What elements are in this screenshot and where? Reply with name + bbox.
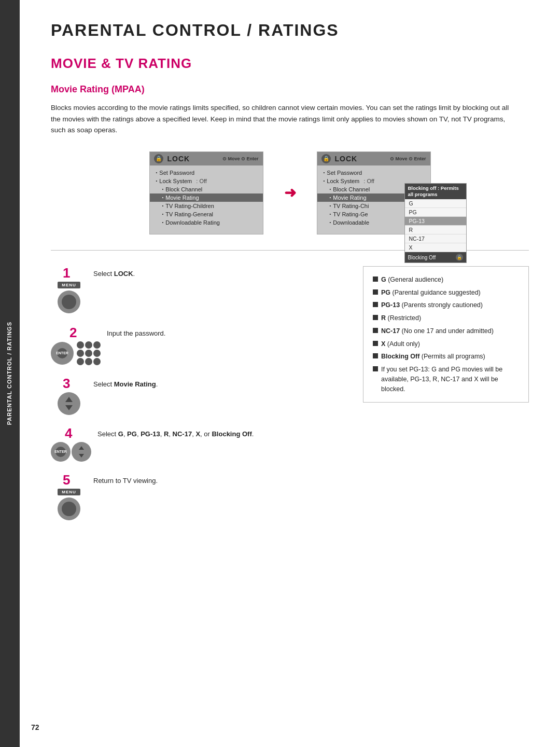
rating-pg: PG (Parental guidance suggested): [373, 288, 519, 298]
step-number-2: 2: [69, 326, 82, 339]
sidebar-label: PARENTAL CONTROL / RATINGS: [6, 322, 13, 425]
steps-area: 1 MENU Select LOCK. 2: [51, 266, 529, 533]
rating-text-g: G (General audience): [381, 275, 443, 285]
dropdown-footer: Blocking Off 🔒: [405, 252, 466, 262]
step-number-1: 1: [63, 266, 75, 280]
rating-text-nc17: NC-17 (No one 17 and under admitted): [381, 326, 494, 336]
step-4-instruction: Select G, PG, PG-13, R, NC-17, X, or Blo…: [97, 430, 254, 439]
step-number-4: 4: [65, 426, 77, 440]
rating-bullet-nc17: [373, 328, 378, 333]
lock-body-left: • Set Password • Lock System : Off • Blo…: [150, 165, 263, 234]
rating-r: R (Restricted): [373, 313, 519, 323]
lock-item-5: • TV Rating-General: [150, 210, 263, 218]
dropdown-item-pg: PG: [405, 208, 466, 217]
enter-inner-2: ENTER: [57, 348, 67, 358]
step-1-content: Select LOCK.: [93, 266, 135, 279]
down-arrow-3: [65, 405, 73, 410]
steps-list: 1 MENU Select LOCK. 2: [51, 266, 342, 533]
lock-title-right: LOCK: [335, 155, 386, 163]
step-2: 2 ENTER: [51, 326, 342, 365]
rating-bullet-pg: [373, 289, 378, 295]
rating-text-r: R (Restricted): [381, 313, 421, 323]
body-text: Blocks movies according to the movie rat…: [51, 102, 517, 136]
lock-menu-right: 🔒 LOCK ⊙ Move ⊙ Enter • Set Password • L…: [317, 151, 431, 234]
rating-pg13: PG-13 (Parents strongly cautioned): [373, 300, 519, 310]
lock-item-3: • Movie Rating: [150, 193, 263, 202]
step-2-instruction: Input the password.: [107, 329, 165, 338]
lock-header-left: 🔒 LOCK ⊙ Move ⊙ Enter: [150, 152, 263, 165]
step-5: 5 MENU Return to TV viewing.: [51, 473, 342, 521]
dropdown-header: Blocking off : Permits all programs: [405, 184, 466, 200]
lock-item-0: • Set Password: [150, 169, 263, 177]
enter-label-4: ENTER: [54, 450, 67, 453]
rating-g: G (General audience): [373, 275, 519, 285]
enter-outer-2: ENTER: [51, 342, 74, 365]
step-1: 1 MENU Select LOCK.: [51, 266, 342, 314]
rating-blocking-off: Blocking Off (Permits all programs): [373, 352, 519, 362]
lock-nav-left: ⊙ Move ⊙ Enter: [222, 156, 259, 161]
menu-button-5: MENU: [58, 489, 80, 520]
right-arrow-icon: ➜: [284, 184, 296, 201]
rating-text-blocking: Blocking Off (Permits all programs): [381, 352, 485, 362]
step-3: 3 Select Movie Rating.: [51, 377, 342, 415]
menu-button-1: MENU: [58, 282, 80, 313]
lock-menu-left: 🔒 LOCK ⊙ Move ⊙ Enter • Set Password • L…: [149, 151, 263, 234]
arrow-button-4: [72, 442, 91, 462]
lock-item-6: • Downloadable Rating: [150, 218, 263, 227]
arrow-button-3: [58, 392, 80, 415]
circle-outer-5: [58, 497, 80, 520]
subsection-title: Movie Rating (MPAA): [51, 84, 529, 95]
note-content: If you set PG-13: G and PG movies will b…: [381, 365, 519, 394]
lock-nav-right: ⊙ Move ⊙ Enter: [390, 156, 426, 161]
lock-icon-right: 🔒: [321, 154, 331, 163]
enter-arrows-4: ENTER: [51, 442, 91, 462]
dropdown-item-x: X: [405, 243, 466, 252]
page-title: PARENTAL CONTROL / RATINGS: [51, 21, 529, 40]
numpad-2: [77, 341, 101, 365]
step-4: 4 ENTER Sel: [51, 426, 342, 462]
step-3-content: Select Movie Rating.: [93, 377, 158, 389]
dropdown-item-pg13: PG-13: [405, 217, 466, 226]
menu-btn-label-1: MENU: [58, 282, 80, 288]
rating-bullet-r: [373, 315, 378, 320]
dropdown-item-r: R: [405, 226, 466, 234]
step-1-instruction: Select LOCK.: [93, 269, 135, 279]
rating-nc17: NC-17 (No one 17 and under admitted): [373, 326, 519, 336]
lock-item-2: • Block Channel: [150, 185, 263, 193]
menu-btn-label-5: MENU: [58, 489, 80, 495]
dropdown-item-g: G: [405, 199, 466, 208]
note-text: If you set PG-13: G and PG movies will b…: [373, 365, 519, 394]
circle-inner-5: [62, 502, 76, 516]
lock-item-1: • Lock System : Off: [150, 177, 263, 185]
ratings-info-box: G (General audience) PG (Parental guidan…: [363, 266, 529, 403]
enter-inner-4: ENTER: [55, 447, 66, 457]
circle-inner-1: [62, 295, 76, 309]
rating-text-pg13: PG-13 (Parents strongly cautioned): [381, 300, 483, 310]
lock-header-right: 🔒 LOCK ⊙ Move ⊙ Enter: [317, 152, 430, 165]
step-4-content: Select G, PG, PG-13, R, NC-17, X, or Blo…: [97, 426, 254, 439]
dropdown-footer-label: Blocking Off: [408, 255, 436, 260]
step-number-3: 3: [63, 377, 75, 390]
lock-title-left: LOCK: [167, 155, 218, 163]
circle-outer-1: [58, 290, 80, 313]
enter-button-2: ENTER: [51, 341, 101, 365]
up-arrow-3: [65, 397, 73, 402]
up-arrow-4: [79, 446, 84, 450]
section-title: MOVIE & TV RATING: [51, 56, 529, 72]
rating-dropdown: Blocking off : Permits all programs G PG…: [404, 183, 467, 264]
step-5-content: Return to TV viewing.: [93, 473, 158, 486]
step-number-5: 5: [63, 473, 75, 487]
rating-bullet-x: [373, 341, 378, 346]
lock-item-r0: • Set Password: [317, 169, 430, 177]
step-5-instruction: Return to TV viewing.: [93, 476, 158, 486]
rating-text-x: X (Adult only): [381, 339, 420, 349]
down-arrow-4: [79, 454, 84, 458]
rating-text-pg: PG (Parental guidance suggested): [381, 288, 481, 298]
enter-label-2: ENTER: [56, 351, 68, 355]
lock-item-4: • TV Rating-Children: [150, 202, 263, 210]
enter-outer-4: ENTER: [51, 442, 71, 462]
step-3-instruction: Select Movie Rating.: [93, 380, 158, 389]
note-bullet: [373, 366, 378, 371]
dropdown-lock-icon: 🔒: [456, 254, 463, 261]
rating-x: X (Adult only): [373, 339, 519, 349]
